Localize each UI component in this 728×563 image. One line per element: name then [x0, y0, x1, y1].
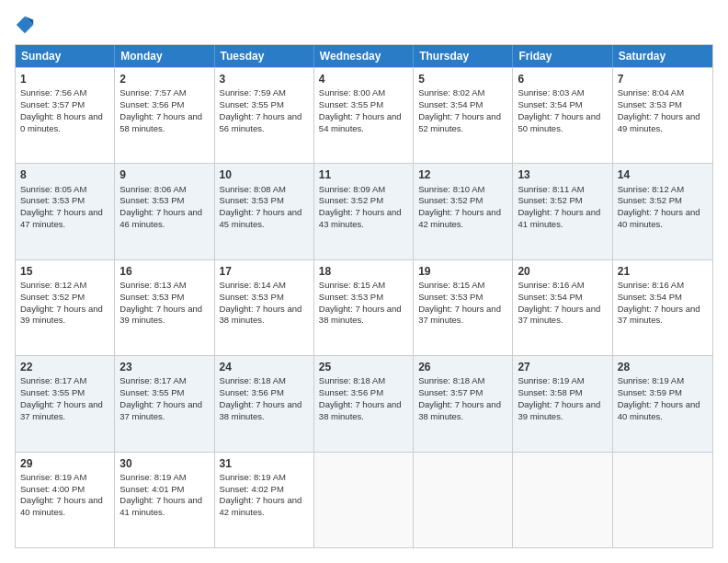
- calendar: SundayMondayTuesdayWednesdayThursdayFrid…: [15, 44, 713, 548]
- daylight: Daylight: 7 hours and 37 minutes.: [20, 399, 103, 421]
- calendar-body: 1Sunrise: 7:56 AMSunset: 3:57 PMDaylight…: [16, 67, 712, 547]
- sunrise: Sunrise: 8:18 AM: [319, 375, 385, 385]
- calendar-cell: 29Sunrise: 8:19 AMSunset: 4:00 PMDayligh…: [16, 453, 115, 547]
- day-number: 31: [220, 456, 309, 471]
- daylight: Daylight: 7 hours and 41 minutes.: [518, 207, 600, 229]
- calendar-day-header: Tuesday: [215, 45, 314, 67]
- calendar-week-row: 15Sunrise: 8:12 AMSunset: 3:52 PMDayligh…: [16, 259, 712, 355]
- sunrise: Sunrise: 8:05 AM: [20, 184, 86, 194]
- sunset: Sunset: 3:55 PM: [20, 387, 85, 397]
- sunset: Sunset: 3:57 PM: [20, 99, 85, 109]
- calendar-week-row: 8Sunrise: 8:05 AMSunset: 3:53 PMDaylight…: [16, 163, 712, 259]
- sunset: Sunset: 3:54 PM: [518, 292, 582, 302]
- calendar-cell: 24Sunrise: 8:18 AMSunset: 3:56 PMDayligh…: [215, 356, 314, 451]
- sunset: Sunset: 3:53 PM: [119, 292, 184, 302]
- sunset: Sunset: 3:56 PM: [220, 387, 284, 397]
- sunrise: Sunrise: 8:18 AM: [418, 375, 484, 385]
- calendar-cell: [513, 453, 612, 547]
- sunrise: Sunrise: 8:19 AM: [618, 375, 684, 385]
- sunrise: Sunrise: 8:19 AM: [20, 472, 86, 482]
- sunrise: Sunrise: 8:12 AM: [618, 184, 684, 194]
- day-number: 18: [319, 264, 408, 279]
- daylight: Daylight: 7 hours and 45 minutes.: [220, 207, 302, 229]
- calendar-day-header: Sunday: [16, 45, 115, 67]
- sunset: Sunset: 3:52 PM: [618, 195, 682, 205]
- calendar-week-row: 29Sunrise: 8:19 AMSunset: 4:00 PMDayligh…: [16, 452, 712, 547]
- sunrise: Sunrise: 8:10 AM: [418, 184, 484, 194]
- sunset: Sunset: 3:58 PM: [518, 387, 582, 397]
- daylight: Daylight: 7 hours and 49 minutes.: [618, 111, 700, 133]
- daylight: Daylight: 7 hours and 52 minutes.: [418, 111, 501, 133]
- calendar-day-header: Wednesday: [314, 45, 414, 67]
- calendar-cell: 30Sunrise: 8:19 AMSunset: 4:01 PMDayligh…: [115, 453, 214, 547]
- sunset: Sunset: 3:53 PM: [20, 195, 85, 205]
- day-number: 23: [119, 360, 209, 374]
- daylight: Daylight: 7 hours and 38 minutes.: [319, 399, 402, 421]
- day-number: 30: [119, 456, 209, 471]
- sunset: Sunset: 3:53 PM: [119, 195, 184, 205]
- sunset: Sunset: 3:52 PM: [319, 195, 383, 205]
- daylight: Daylight: 7 hours and 38 minutes.: [319, 304, 402, 326]
- daylight: Daylight: 7 hours and 41 minutes.: [119, 495, 202, 517]
- calendar-cell: [613, 453, 712, 547]
- daylight: Daylight: 7 hours and 37 minutes.: [418, 304, 501, 326]
- sunrise: Sunrise: 8:19 AM: [119, 472, 186, 482]
- sunset: Sunset: 4:02 PM: [220, 484, 284, 494]
- day-number: 29: [20, 456, 109, 471]
- day-number: 7: [618, 72, 708, 86]
- sunrise: Sunrise: 8:15 AM: [418, 280, 484, 290]
- calendar-cell: 21Sunrise: 8:16 AMSunset: 3:54 PMDayligh…: [613, 260, 712, 355]
- sunset: Sunset: 3:53 PM: [319, 292, 383, 302]
- sunrise: Sunrise: 7:59 AM: [220, 87, 286, 98]
- daylight: Daylight: 8 hours and 0 minutes.: [20, 111, 103, 133]
- calendar-cell: 27Sunrise: 8:19 AMSunset: 3:58 PMDayligh…: [513, 356, 612, 451]
- daylight: Daylight: 7 hours and 40 minutes.: [20, 495, 103, 517]
- calendar-cell: 1Sunrise: 7:56 AMSunset: 3:57 PMDaylight…: [16, 68, 115, 163]
- calendar-cell: 10Sunrise: 8:08 AMSunset: 3:53 PMDayligh…: [215, 164, 314, 259]
- calendar-cell: 14Sunrise: 8:12 AMSunset: 3:52 PMDayligh…: [613, 164, 712, 259]
- sunrise: Sunrise: 8:18 AM: [220, 375, 286, 385]
- day-number: 15: [20, 264, 109, 279]
- sunrise: Sunrise: 8:12 AM: [20, 280, 86, 290]
- daylight: Daylight: 7 hours and 54 minutes.: [319, 111, 402, 133]
- day-number: 13: [518, 167, 607, 182]
- sunset: Sunset: 3:57 PM: [418, 387, 483, 397]
- sunrise: Sunrise: 8:02 AM: [418, 87, 484, 98]
- sunset: Sunset: 3:56 PM: [119, 99, 184, 109]
- calendar-cell: 17Sunrise: 8:14 AMSunset: 3:53 PMDayligh…: [215, 260, 314, 355]
- sunrise: Sunrise: 8:17 AM: [20, 375, 86, 385]
- day-number: 24: [220, 360, 309, 374]
- sunset: Sunset: 4:01 PM: [119, 484, 184, 494]
- calendar-header: SundayMondayTuesdayWednesdayThursdayFrid…: [16, 45, 712, 67]
- day-number: 2: [119, 72, 209, 86]
- sunset: Sunset: 4:00 PM: [20, 484, 85, 494]
- sunrise: Sunrise: 8:17 AM: [119, 375, 186, 385]
- daylight: Daylight: 7 hours and 46 minutes.: [119, 207, 202, 229]
- calendar-page: SundayMondayTuesdayWednesdayThursdayFrid…: [0, 0, 728, 563]
- daylight: Daylight: 7 hours and 39 minutes.: [518, 399, 600, 421]
- sunset: Sunset: 3:56 PM: [319, 387, 383, 397]
- sunset: Sunset: 3:53 PM: [220, 292, 284, 302]
- calendar-cell: 11Sunrise: 8:09 AMSunset: 3:52 PMDayligh…: [314, 164, 414, 259]
- sunrise: Sunrise: 8:19 AM: [220, 472, 286, 482]
- sunrise: Sunrise: 8:08 AM: [220, 184, 286, 194]
- day-number: 20: [518, 264, 607, 279]
- calendar-week-row: 1Sunrise: 7:56 AMSunset: 3:57 PMDaylight…: [16, 67, 712, 163]
- day-number: 19: [418, 264, 507, 279]
- calendar-day-header: Saturday: [613, 45, 712, 67]
- sunset: Sunset: 3:52 PM: [518, 195, 582, 205]
- daylight: Daylight: 7 hours and 40 minutes.: [618, 399, 700, 421]
- calendar-cell: 13Sunrise: 8:11 AMSunset: 3:52 PMDayligh…: [513, 164, 612, 259]
- day-number: 11: [319, 167, 408, 182]
- calendar-week-row: 22Sunrise: 8:17 AMSunset: 3:55 PMDayligh…: [16, 355, 712, 451]
- logo-icon: [15, 15, 35, 35]
- daylight: Daylight: 7 hours and 38 minutes.: [220, 304, 302, 326]
- calendar-cell: 15Sunrise: 8:12 AMSunset: 3:52 PMDayligh…: [16, 260, 115, 355]
- calendar-cell: 8Sunrise: 8:05 AMSunset: 3:53 PMDaylight…: [16, 164, 115, 259]
- calendar-day-header: Thursday: [414, 45, 513, 67]
- day-number: 17: [220, 264, 309, 279]
- calendar-cell: 7Sunrise: 8:04 AMSunset: 3:53 PMDaylight…: [613, 68, 712, 163]
- sunset: Sunset: 3:55 PM: [319, 99, 383, 109]
- day-number: 8: [20, 167, 109, 182]
- sunrise: Sunrise: 8:03 AM: [518, 87, 584, 98]
